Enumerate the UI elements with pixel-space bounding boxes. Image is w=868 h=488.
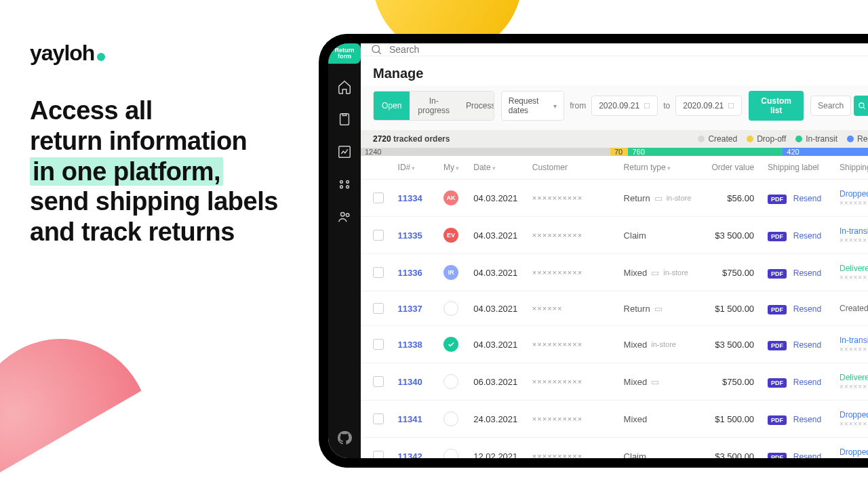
- pdf-badge[interactable]: PDF: [768, 378, 787, 388]
- col-date[interactable]: Date▾: [473, 163, 532, 172]
- analytics-icon[interactable]: [336, 144, 353, 160]
- row-date: 04.03.2021: [473, 340, 532, 350]
- pdf-badge[interactable]: PDF: [768, 305, 787, 314]
- tab-processed[interactable]: Processed: [458, 92, 494, 120]
- order-id-link[interactable]: 11342: [398, 451, 422, 459]
- row-checkbox[interactable]: [373, 192, 384, 203]
- status-tabs: Open In-progress Processed: [373, 91, 494, 121]
- order-id-link[interactable]: 11334: [398, 193, 422, 203]
- resend-link[interactable]: Resend: [793, 340, 821, 350]
- request-dates-dropdown[interactable]: Request dates ▾: [501, 91, 564, 121]
- table-row[interactable]: 11334 AK 04.03.2021 ×××××××××× Return ▭ …: [361, 180, 868, 217]
- avatar-check-icon: [443, 337, 458, 352]
- row-return-type: Return ▭ in-store: [624, 193, 709, 203]
- brand-name: yayloh: [30, 41, 94, 66]
- calendar-icon: ☐: [644, 102, 650, 110]
- table-row[interactable]: 11340 06.03.2021 ×××××××××× Mixed ▭ $750…: [361, 363, 868, 401]
- table-header: ID#▾ My▾ Date▾ Customer Return type▾ Ord…: [361, 156, 868, 180]
- avatar-empty: [443, 449, 458, 458]
- order-id-link[interactable]: 11338: [398, 340, 422, 350]
- date-from-input[interactable]: 2020.09.21 ☐: [591, 96, 658, 116]
- resend-link[interactable]: Resend: [793, 452, 821, 459]
- order-id-link[interactable]: 11336: [398, 268, 422, 278]
- row-checkbox[interactable]: [373, 230, 384, 241]
- order-id-link[interactable]: 11335: [398, 230, 422, 241]
- brand-dot-icon: [97, 53, 105, 61]
- pdf-badge[interactable]: PDF: [768, 269, 787, 279]
- github-icon[interactable]: [336, 430, 353, 446]
- row-return-type: Claim: [624, 230, 709, 241]
- row-shipping-status: In-transit××××××××××: [840, 226, 868, 244]
- pdf-badge[interactable]: PDF: [768, 195, 787, 204]
- legend-received: Received: [847, 134, 868, 144]
- col-order-value[interactable]: Order value: [709, 163, 768, 172]
- order-id-link[interactable]: 11337: [398, 304, 422, 314]
- svg-point-4: [340, 186, 343, 188]
- col-return-type[interactable]: Return type▾: [624, 163, 709, 172]
- svg-point-9: [859, 103, 864, 108]
- svg-point-8: [372, 45, 380, 53]
- row-date: 06.03.2021: [473, 377, 532, 387]
- table-row[interactable]: 11338 04.03.2021 ×××××××××× Mixed in-sto…: [361, 326, 868, 363]
- clipboard-icon[interactable]: [336, 111, 353, 127]
- row-checkbox[interactable]: [373, 339, 384, 350]
- resend-link[interactable]: Resend: [793, 231, 821, 241]
- decor-pink-blob: [0, 306, 182, 488]
- row-customer: ××××××××××: [532, 268, 624, 277]
- table-row[interactable]: 11342 12.02.2021 ×××××××××× Claim $3 500…: [361, 438, 868, 458]
- resend-link[interactable]: Resend: [793, 268, 821, 278]
- row-checkbox[interactable]: [373, 303, 384, 314]
- return-form-tab[interactable]: Return form: [328, 43, 361, 64]
- row-checkbox[interactable]: [373, 451, 384, 458]
- pdf-badge[interactable]: PDF: [768, 453, 787, 459]
- table-row[interactable]: 11335 EV 04.03.2021 ×××××××××× Claim $3 …: [361, 217, 868, 254]
- row-checkbox[interactable]: [373, 267, 384, 278]
- pdf-badge[interactable]: PDF: [768, 415, 787, 425]
- page-title: Manage: [361, 56, 868, 85]
- col-shipping-status[interactable]: Shipping sta: [840, 163, 868, 172]
- date-to-input[interactable]: 2020.09.21 ☐: [675, 96, 742, 116]
- custom-list-button[interactable]: Custom list: [749, 91, 804, 121]
- row-shipping-label: PDF Resend: [768, 268, 840, 278]
- settings-icon[interactable]: [336, 176, 353, 192]
- pdf-badge[interactable]: PDF: [768, 341, 787, 350]
- row-checkbox[interactable]: [373, 376, 384, 387]
- row-order-value: $1 500.00: [709, 414, 768, 424]
- row-customer: ××××××××××: [532, 194, 624, 202]
- legend-dropoff: Drop-off: [747, 134, 786, 144]
- avatar-empty: [443, 301, 458, 316]
- col-my[interactable]: My▾: [443, 163, 473, 172]
- table-search-button[interactable]: [854, 96, 868, 116]
- resend-link[interactable]: Resend: [793, 194, 821, 203]
- col-id[interactable]: ID#▾: [398, 163, 443, 172]
- resend-link[interactable]: Resend: [793, 304, 821, 314]
- table-row[interactable]: 11336 IR 04.03.2021 ×××××××××× Mixed ▭ i…: [361, 254, 868, 291]
- order-id-link[interactable]: 11341: [398, 414, 422, 424]
- resend-link[interactable]: Resend: [793, 378, 821, 387]
- home-icon[interactable]: [336, 79, 353, 95]
- row-customer: ××××××××××: [532, 452, 624, 458]
- row-shipping-label: PDF Resend: [768, 230, 840, 241]
- summary-row: 2720 tracked orders Created Drop-off In-…: [361, 130, 868, 148]
- message-icon: ▭: [651, 268, 659, 278]
- table-row[interactable]: 11337 04.03.2021 ×××××× Return ▭ $1 500.…: [361, 291, 868, 326]
- table-row[interactable]: 11341 24.03.2021 ×××××××××× Mixed $1 500…: [361, 401, 868, 438]
- row-return-type: Return ▭: [624, 304, 709, 314]
- order-id-link[interactable]: 11340: [398, 377, 422, 387]
- search-input[interactable]: [389, 44, 868, 55]
- table-search-input[interactable]: [810, 96, 851, 116]
- promo-headline: Access all return information in one pla…: [30, 96, 288, 247]
- col-customer[interactable]: Customer: [532, 163, 624, 172]
- col-shipping-label[interactable]: Shipping label: [768, 163, 840, 172]
- pdf-badge[interactable]: PDF: [768, 232, 787, 241]
- row-shipping-status: Delivered××××××××××: [840, 373, 868, 390]
- row-order-value: $3 500.00: [709, 230, 768, 241]
- svg-point-5: [347, 186, 349, 188]
- row-order-value: $56.00: [709, 193, 768, 203]
- tab-in-progress[interactable]: In-progress: [410, 92, 458, 120]
- users-icon[interactable]: [336, 209, 353, 225]
- row-checkbox[interactable]: [373, 413, 384, 424]
- row-return-type: Mixed: [624, 414, 709, 424]
- resend-link[interactable]: Resend: [793, 415, 821, 424]
- tab-open[interactable]: Open: [374, 92, 410, 120]
